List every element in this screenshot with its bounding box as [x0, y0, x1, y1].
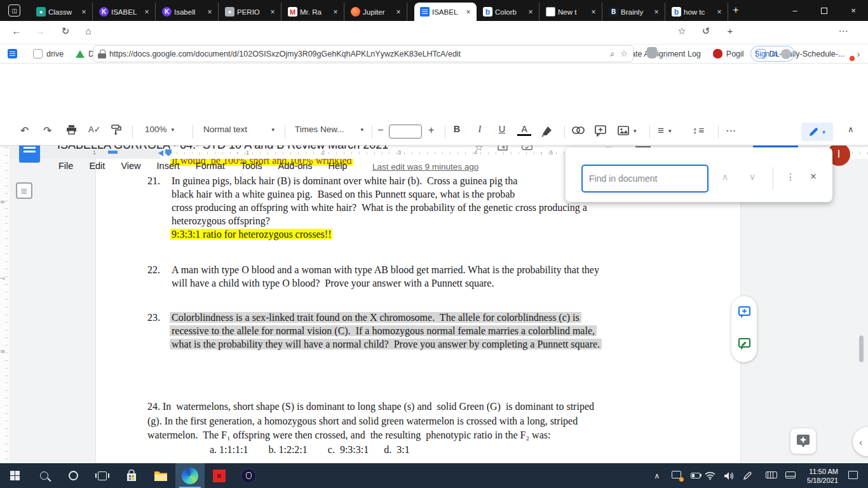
tab-actions-menu-icon[interactable]: ◫ [8, 4, 20, 17]
decrease-font-size-button[interactable]: − [377, 125, 383, 136]
find-input[interactable] [581, 165, 709, 193]
toolbar-more-button[interactable]: ⋯ [726, 125, 736, 137]
maximize-button[interactable] [810, 0, 839, 21]
tab-close-icon[interactable]: × [464, 8, 473, 17]
scrollbar-thumb[interactable] [859, 336, 864, 362]
cortana-button[interactable] [58, 463, 88, 488]
add-comment-button[interactable] [595, 125, 606, 137]
tab-close-icon[interactable]: × [205, 8, 214, 17]
font-select[interactable]: Times New... ▾ [295, 125, 363, 134]
bookmarks-overflow-button[interactable]: › [857, 48, 860, 59]
show-hidden-icons-button[interactable]: ∧ [648, 471, 667, 480]
explore-button[interactable] [790, 428, 817, 454]
tab-close-icon[interactable]: × [589, 8, 598, 17]
history-icon[interactable]: ↺ [699, 25, 713, 37]
browser-tab[interactable]: B Brainly × [603, 3, 665, 21]
browser-tab[interactable]: New t × [540, 3, 602, 21]
pen-icon[interactable] [743, 471, 762, 480]
browser-tab[interactable]: Jupiter × [345, 3, 407, 21]
menu-tools[interactable]: Tools [241, 161, 262, 171]
spellcheck-button[interactable]: A✓ [88, 125, 101, 134]
document-outline-button[interactable]: ≣ [16, 182, 32, 199]
highlight-color-button[interactable] [541, 125, 553, 137]
browser-tab[interactable]: ● PERIO × [219, 3, 281, 21]
start-button[interactable] [0, 463, 29, 488]
roblox-taskbar-button[interactable] [205, 463, 234, 488]
vertical-ruler[interactable] [0, 147, 10, 463]
new-tab-button[interactable]: + [729, 4, 742, 16]
tray-sync-icon[interactable] [667, 471, 686, 480]
bookmark-item[interactable]: drive [33, 49, 64, 58]
close-window-button[interactable]: × [839, 0, 868, 21]
tab-close-icon[interactable]: × [715, 8, 724, 17]
find-close-button[interactable]: × [810, 170, 817, 183]
last-edit-link[interactable]: Last edit was 9 minutes ago [372, 162, 478, 172]
editing-mode-button[interactable]: ▾ [801, 123, 833, 141]
browser-tab[interactable]: K ISABEL × [93, 3, 156, 21]
paint-format-button[interactable] [111, 125, 121, 135]
collections-icon[interactable]: + [723, 25, 737, 36]
browser-tab[interactable]: ● Classw × [31, 3, 93, 21]
touch-keyboard-icon[interactable] [762, 471, 781, 480]
insert-link-button[interactable] [572, 126, 585, 134]
action-center-button[interactable] [838, 470, 858, 482]
collegeboard-taskbar-button[interactable] [234, 463, 263, 488]
underline-button[interactable]: U [495, 124, 509, 134]
forward-button[interactable]: → [33, 25, 47, 36]
taskbar-clock[interactable]: 11:50 AM 5/18/2021 [800, 467, 838, 485]
menu-file[interactable]: File [58, 161, 73, 171]
find-previous-button[interactable]: ∧ [722, 172, 728, 182]
tab-close-icon[interactable]: × [331, 8, 340, 17]
zoom-select[interactable]: 100% ▾ [145, 125, 174, 134]
battery-icon[interactable] [686, 471, 705, 480]
align-button[interactable]: ≡ ▾ [658, 125, 671, 137]
bookmark-item[interactable]: Pogil [713, 49, 744, 58]
browser-tab[interactable]: b how tc × [666, 3, 728, 21]
bold-button[interactable]: B [450, 124, 464, 134]
browser-menu-button[interactable]: ⋯ [836, 25, 850, 37]
home-button[interactable]: ⌂ [81, 25, 95, 36]
zoom-page-icon[interactable]: ⌕ [610, 49, 614, 59]
menu-addons[interactable]: Add-ons [278, 161, 313, 171]
add-comment-float-button[interactable] [738, 306, 750, 318]
menu-format[interactable]: Format [196, 161, 225, 171]
print-button[interactable] [66, 125, 77, 135]
tab-close-icon[interactable]: × [268, 8, 277, 17]
microsoft-store-button[interactable] [117, 463, 146, 488]
hide-menus-button[interactable]: ∧ [848, 125, 854, 134]
line-spacing-button[interactable]: ↕ ≡ [693, 125, 704, 135]
reload-button[interactable]: ↻ [58, 25, 72, 37]
tab-close-icon[interactable]: × [394, 8, 403, 17]
favorites-bar-icon[interactable]: ☆ [675, 25, 689, 37]
volume-icon[interactable] [724, 471, 743, 480]
address-bar[interactable]: https://docs.google.com/document/d/102OS… [93, 45, 634, 62]
find-next-button[interactable]: ∨ [749, 172, 756, 182]
menu-insert[interactable]: Insert [157, 161, 180, 171]
undo-button[interactable]: ↶ [20, 125, 29, 137]
italic-button[interactable]: I [473, 124, 487, 135]
increase-font-size-button[interactable]: + [428, 125, 434, 136]
sign-in-button[interactable]: Sign in [750, 46, 795, 62]
suggest-edits-float-button[interactable] [738, 338, 750, 350]
add-favorite-icon[interactable]: ☆ [620, 49, 628, 58]
browser-tab[interactable]: K Isabell × [156, 3, 219, 21]
browser-tab[interactable]: b Colorb × [477, 3, 539, 21]
task-view-button[interactable] [88, 463, 117, 488]
font-size-field[interactable] [389, 125, 422, 139]
browser-tab-active[interactable]: ISABEL × [414, 3, 477, 21]
touchpad-icon[interactable] [781, 471, 800, 480]
redo-button[interactable]: ↷ [43, 125, 51, 137]
tab-close-icon[interactable]: × [79, 8, 88, 17]
tab-close-icon[interactable]: × [142, 8, 151, 17]
tab-close-icon[interactable]: × [652, 8, 661, 17]
browser-tab[interactable]: M Mr. Ra × [282, 3, 344, 21]
file-explorer-button[interactable] [146, 463, 175, 488]
back-button[interactable]: ← [10, 25, 24, 36]
tab-close-icon[interactable]: × [526, 8, 535, 17]
find-more-options-button[interactable]: ⋮ [786, 172, 795, 182]
insert-image-button[interactable]: ▾ [618, 126, 637, 135]
paragraph-style-select[interactable]: Normal text ▾ [203, 125, 275, 134]
bookmark-item[interactable] [8, 49, 21, 58]
menu-view[interactable]: View [121, 161, 140, 171]
taskbar-search-button[interactable] [29, 463, 58, 488]
